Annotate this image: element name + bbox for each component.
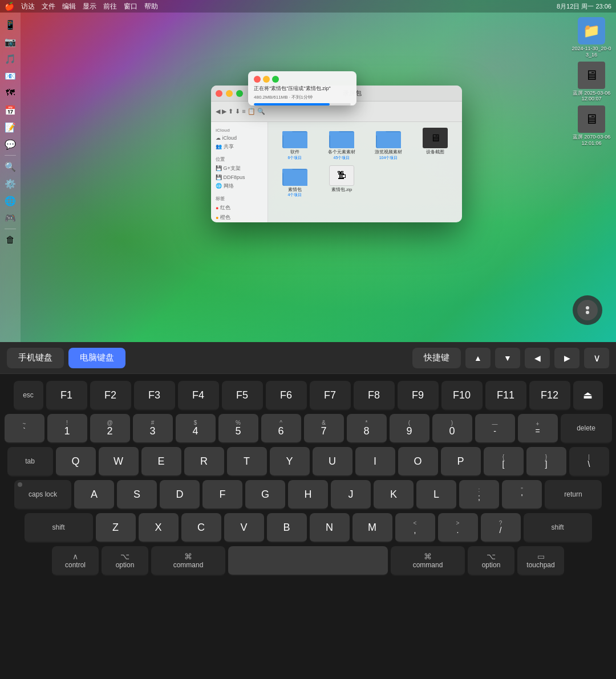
- key-command-left[interactable]: ⌘ command: [151, 546, 225, 576]
- assistive-touch-button[interactable]: [573, 295, 602, 325]
- dock-icon-calendar[interactable]: 📅: [3, 103, 18, 117]
- dock-icon-settings[interactable]: ⚙️: [3, 176, 18, 191]
- arrow-left-button[interactable]: ◀: [525, 348, 550, 368]
- key-space[interactable]: [228, 546, 388, 576]
- key-f4[interactable]: F4: [178, 381, 219, 410]
- key-f7[interactable]: F7: [310, 381, 351, 410]
- menu-help[interactable]: 帮助: [144, 2, 158, 11]
- key-n[interactable]: N: [310, 513, 350, 543]
- menu-go[interactable]: 前往: [103, 2, 117, 11]
- key-c[interactable]: C: [181, 513, 221, 543]
- key-semicolon[interactable]: : ;: [459, 480, 499, 510]
- key-4[interactable]: $ 4: [176, 414, 216, 444]
- file-item-emoji[interactable]: 素情包 4个项目: [274, 165, 316, 198]
- apple-icon[interactable]: 🍎: [5, 2, 14, 11]
- key-6[interactable]: ^ 6: [261, 414, 301, 444]
- key-s[interactable]: S: [117, 480, 157, 510]
- key-j[interactable]: J: [331, 480, 371, 510]
- dock-icon-games[interactable]: 🎮: [3, 210, 18, 225]
- dock-icon-safari[interactable]: 🌐: [3, 193, 18, 208]
- sidebar-icloud-drive[interactable]: ☁ iCloud: [213, 134, 265, 142]
- key-backslash[interactable]: | \: [569, 447, 609, 477]
- key-m[interactable]: M: [352, 513, 392, 543]
- tab-computer-keyboard[interactable]: 电脑键盘: [68, 348, 125, 368]
- key-slash[interactable]: ? /: [481, 513, 521, 543]
- key-f9[interactable]: F9: [398, 381, 439, 410]
- dock-icon-notes[interactable]: 📝: [3, 120, 18, 135]
- key-option-left[interactable]: ⌥ option: [102, 546, 148, 576]
- key-0[interactable]: ) 0: [432, 414, 472, 444]
- key-tab[interactable]: tab: [7, 447, 53, 477]
- dock-icon-camera[interactable]: 📷: [3, 34, 18, 49]
- key-period[interactable]: > .: [438, 513, 478, 543]
- key-esc[interactable]: esc: [14, 381, 43, 410]
- key-p[interactable]: P: [441, 447, 481, 477]
- key-t[interactable]: T: [227, 447, 267, 477]
- collapse-button[interactable]: ∨: [584, 348, 609, 368]
- finder-min-btn[interactable]: [226, 90, 233, 97]
- key-delete[interactable]: delete: [561, 414, 612, 444]
- arrow-up-button[interactable]: ▲: [465, 348, 491, 368]
- file-item-software[interactable]: 软件 6个项目: [274, 128, 316, 161]
- key-9[interactable]: ( 9: [390, 414, 429, 444]
- key-minus[interactable]: — -: [475, 414, 515, 444]
- copy-dialog-min[interactable]: [263, 76, 270, 83]
- finder-max-btn[interactable]: [236, 90, 243, 97]
- key-v[interactable]: V: [224, 513, 264, 543]
- shortcut-button[interactable]: 快捷键: [412, 348, 461, 368]
- key-f2[interactable]: F2: [90, 381, 131, 410]
- key-shift-right[interactable]: shift: [524, 513, 592, 543]
- file-item-video[interactable]: 游览视频素材 104个项目: [367, 128, 410, 161]
- key-3[interactable]: # 3: [133, 414, 173, 444]
- key-d[interactable]: D: [160, 480, 200, 510]
- key-8[interactable]: * 8: [347, 414, 387, 444]
- copy-dialog-max[interactable]: [272, 76, 279, 83]
- key-f11[interactable]: F11: [485, 381, 526, 410]
- dock-icon-music[interactable]: 🎵: [3, 51, 18, 66]
- key-f1[interactable]: F1: [46, 381, 87, 410]
- key-shift-left[interactable]: shift: [25, 513, 93, 543]
- arrow-down-button[interactable]: ▼: [495, 348, 520, 368]
- key-f3[interactable]: F3: [134, 381, 175, 410]
- sidebar-ddf8[interactable]: 💾 DDF8pus: [213, 173, 265, 181]
- key-o[interactable]: O: [398, 447, 438, 477]
- key-q[interactable]: Q: [56, 447, 96, 477]
- key-lbracket[interactable]: { [: [484, 447, 524, 477]
- sidebar-shared[interactable]: 👥 共享: [213, 142, 265, 152]
- key-b[interactable]: B: [267, 513, 307, 543]
- key-caps-lock[interactable]: caps lock: [14, 480, 71, 510]
- desktop-icon-1[interactable]: 🖥 蓝屏 2025-03-06 12:00:07: [572, 62, 611, 103]
- key-touchpad[interactable]: ▭ touchpad: [517, 546, 564, 576]
- key-f5[interactable]: F5: [222, 381, 263, 410]
- sidebar-g-bracket[interactable]: 💾 G+支架: [213, 164, 265, 173]
- key-control[interactable]: ∧ control: [52, 546, 99, 576]
- key-r[interactable]: R: [184, 447, 224, 477]
- key-1[interactable]: ! 1: [47, 414, 87, 444]
- desktop-icon-2[interactable]: 🖥 蓝屏 2070-03-06 12:01:06: [572, 105, 611, 147]
- dock-icon-mail[interactable]: 📧: [3, 68, 18, 83]
- key-x[interactable]: X: [139, 513, 179, 543]
- menu-window[interactable]: 窗口: [124, 2, 137, 11]
- copy-dialog-close[interactable]: [254, 76, 261, 83]
- key-equals[interactable]: + =: [518, 414, 558, 444]
- key-y[interactable]: Y: [270, 447, 310, 477]
- key-e[interactable]: E: [141, 447, 181, 477]
- dock-icon-maps[interactable]: 🗺: [3, 86, 18, 100]
- key-f10[interactable]: F10: [441, 381, 483, 410]
- key-backtick[interactable]: ~ `: [5, 414, 44, 444]
- key-u[interactable]: U: [313, 447, 352, 477]
- key-k[interactable]: K: [374, 480, 414, 510]
- key-rbracket[interactable]: } ]: [526, 447, 566, 477]
- key-comma[interactable]: < ,: [395, 513, 435, 543]
- finder-close-btn[interactable]: [216, 90, 222, 97]
- key-i[interactable]: I: [355, 447, 395, 477]
- key-f[interactable]: F: [202, 480, 242, 510]
- file-item-elements[interactable]: 各个元素素材 45个项目: [321, 128, 363, 161]
- sidebar-tag-red[interactable]: ● 红色: [213, 203, 265, 213]
- key-command-right[interactable]: ⌘ command: [391, 546, 465, 576]
- sidebar-misc[interactable]: 🌐 网络: [213, 181, 265, 191]
- file-item-screenshot[interactable]: 🖥 设备截图: [414, 128, 456, 161]
- key-7[interactable]: & 7: [304, 414, 344, 444]
- dock-icon-trash[interactable]: 🗑: [3, 233, 18, 247]
- menu-finder[interactable]: 访达: [21, 2, 35, 11]
